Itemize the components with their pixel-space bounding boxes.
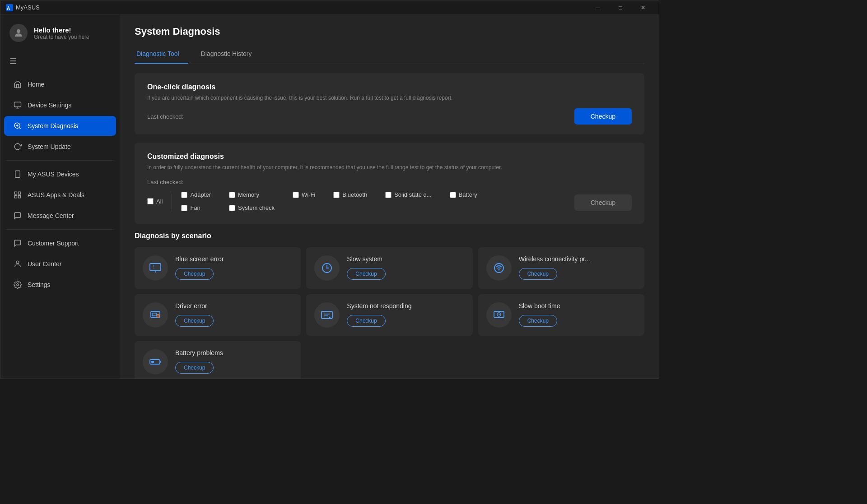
sidebar-item-customer-support-label: Customer Support (28, 240, 79, 247)
slow-boot-checkup-button[interactable]: Checkup (519, 315, 557, 327)
scenario-battery: Battery problems Checkup (135, 341, 301, 379)
sidebar-item-device-settings-label: Device Settings (28, 102, 71, 109)
svg-rect-15 (19, 196, 21, 198)
checkbox-col-5: Solid state d... (385, 191, 440, 214)
sidebar-item-user-center-label: User Center (28, 260, 61, 268)
checkbox-memory[interactable]: Memory (229, 191, 275, 198)
slow-system-name: Slow system (347, 255, 463, 263)
scenario-section-title: Diagnosis by scenario (135, 232, 644, 240)
svg-rect-40 (151, 361, 154, 363)
driver-error-checkup-button[interactable]: Checkup (175, 315, 214, 327)
sidebar-item-system-update-label: System Update (28, 143, 71, 150)
svg-rect-12 (14, 192, 17, 194)
one-click-last-checked: Last checked: (147, 113, 183, 120)
blue-screen-icon: ! (148, 261, 163, 275)
svg-point-25 (498, 269, 499, 271)
not-responding-checkup-button[interactable]: Checkup (347, 315, 385, 327)
sidebar-item-system-update[interactable]: System Update (4, 137, 116, 157)
maximize-button[interactable]: □ (610, 0, 631, 15)
checkbox-memory-input[interactable] (229, 192, 235, 198)
sidebar-item-device-settings[interactable]: Device Settings (4, 95, 116, 115)
one-click-checkup-button[interactable]: Checkup (574, 108, 632, 125)
hamburger-menu[interactable]: ☰ (0, 53, 120, 74)
sidebar-item-home[interactable]: Home (4, 74, 116, 94)
svg-line-7 (19, 127, 20, 129)
blue-screen-checkup-button[interactable]: Checkup (175, 268, 214, 280)
checkbox-all[interactable]: All (147, 198, 163, 205)
checkbox-system-check-input[interactable] (229, 205, 235, 211)
checkbox-col-6: Battery (450, 191, 486, 214)
checkbox-battery[interactable]: Battery (450, 191, 477, 198)
checkbox-battery-input[interactable] (450, 192, 456, 198)
checkbox-ssd-input[interactable] (385, 192, 392, 198)
blue-screen-info: Blue screen error Checkup (175, 255, 292, 280)
slow-system-checkup-button[interactable]: Checkup (347, 268, 385, 280)
checkbox-wifi[interactable]: Wi-Fi (293, 191, 315, 198)
slow-boot-info: Slow boot time Checkup (519, 302, 635, 327)
titlebar: A MyASUS ─ □ ✕ (0, 0, 659, 15)
asus-apps-icon (13, 190, 22, 199)
svg-rect-31 (322, 311, 332, 319)
svg-point-16 (16, 261, 19, 264)
battery-name: Battery problems (175, 349, 292, 356)
scenario-section: Diagnosis by scenario ! (135, 232, 644, 379)
checkbox-wifi-input[interactable] (293, 192, 299, 198)
sidebar-item-user-center[interactable]: User Center (4, 254, 116, 274)
battery-checkup-button[interactable]: Checkup (175, 362, 214, 374)
sidebar: Hello there! Great to have you here ☰ (0, 15, 120, 379)
checkbox-fan-input[interactable] (181, 205, 187, 211)
system-diagnosis-icon (13, 121, 22, 130)
sidebar-item-message-center[interactable]: Message Center (4, 206, 116, 226)
scenario-slow-system: Slow system Checkup (306, 247, 472, 289)
minimize-button[interactable]: ─ (587, 0, 608, 15)
sidebar-item-asus-apps[interactable]: ASUS Apps & Deals (4, 185, 116, 205)
app-window: A MyASUS ─ □ ✕ Hello there! Grea (0, 0, 659, 379)
sidebar-item-system-diagnosis[interactable]: System Diagnosis (4, 116, 116, 136)
sidebar-item-settings[interactable]: Settings (4, 275, 116, 295)
app-logo: A MyASUS (6, 4, 40, 11)
svg-point-34 (329, 317, 331, 319)
checkbox-bluetooth-input[interactable] (333, 192, 340, 198)
app-title: MyASUS (16, 4, 40, 11)
nav-section: Home Device Settings (0, 74, 120, 379)
driver-error-icon (148, 308, 163, 322)
checkbox-adapter[interactable]: Adapter (181, 191, 211, 198)
checkbox-all-input[interactable] (147, 198, 154, 204)
one-click-desc: If you are uncertain which component is … (147, 94, 632, 102)
customized-diagnosis-card: Customized diagnosis In order to fully u… (135, 143, 644, 224)
greeting-text: Hello there! (34, 26, 89, 34)
svg-rect-39 (160, 361, 161, 363)
slow-system-icon (320, 261, 334, 275)
avatar (9, 24, 28, 42)
one-click-title: One-click diagnosis (147, 83, 632, 91)
checkbox-adapter-input[interactable] (181, 192, 187, 198)
tab-diagnostic-tool[interactable]: Diagnostic Tool (135, 46, 188, 64)
not-responding-icon-wrap (314, 302, 340, 328)
sidebar-item-my-asus-devices[interactable]: My ASUS Devices (4, 164, 116, 184)
scenario-wireless: Wireless connectivity pr... Checkup (478, 247, 644, 289)
checkbox-system-check[interactable]: System check (229, 204, 275, 211)
svg-rect-18 (150, 264, 161, 271)
tab-diagnostic-history[interactable]: Diagnostic History (199, 46, 261, 64)
one-click-footer: Last checked: Checkup (147, 108, 632, 125)
home-icon (13, 80, 22, 89)
checkbox-bluetooth[interactable]: Bluetooth (333, 191, 367, 198)
slow-boot-name: Slow boot time (519, 302, 635, 310)
scenario-not-responding: System not responding Checkup (306, 294, 472, 336)
svg-rect-14 (14, 196, 17, 198)
svg-rect-30 (152, 313, 157, 316)
hamburger-icon[interactable]: ☰ (9, 57, 17, 66)
sidebar-item-customer-support[interactable]: Customer Support (4, 233, 116, 253)
customized-desc: In order to fully understand the current… (147, 163, 632, 171)
scenario-blue-screen: ! Blue screen error Checkup (135, 247, 301, 289)
driver-error-info: Driver error Checkup (175, 302, 292, 327)
wireless-checkup-button[interactable]: Checkup (519, 268, 557, 280)
tabs: Diagnostic Tool Diagnostic History (135, 46, 644, 64)
checkbox-ssd[interactable]: Solid state d... (385, 191, 431, 198)
checkbox-fan[interactable]: Fan (181, 204, 211, 211)
close-button[interactable]: ✕ (633, 0, 653, 15)
not-responding-icon (320, 308, 334, 322)
svg-rect-13 (19, 192, 21, 194)
customized-checkup-button[interactable]: Checkup (574, 194, 632, 211)
svg-point-17 (17, 284, 19, 286)
